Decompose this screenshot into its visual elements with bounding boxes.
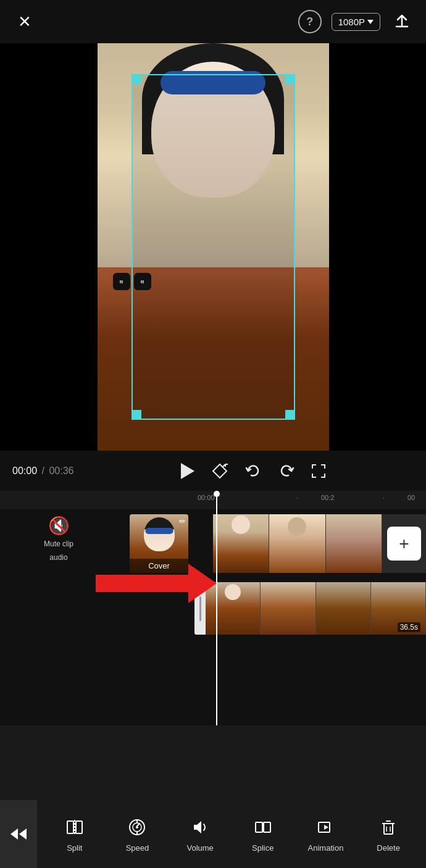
sub-thumb-cell-4: 36.5s <box>371 582 426 635</box>
ruler-mark-0: 00:00 <box>198 494 215 501</box>
sub-thumb-cell-2 <box>261 582 315 635</box>
video-frame: tt tt <box>98 43 329 451</box>
time-display: 00:00 / 00:36 <box>12 465 93 477</box>
keyframe-icon <box>212 463 228 479</box>
playhead[interactable] <box>216 491 217 725</box>
mute-clip-button[interactable]: 🔇 Mute clip audio <box>44 515 73 562</box>
tool-animation[interactable]: Animation <box>307 816 344 853</box>
svg-rect-19 <box>384 824 393 834</box>
undo-icon <box>245 463 261 479</box>
svg-line-12 <box>137 824 140 826</box>
close-icon: ✕ <box>18 14 31 30</box>
splice-label: Splice <box>252 843 274 853</box>
mute-label-line2: audio <box>49 553 67 563</box>
speed-label: Speed <box>126 843 149 853</box>
tool-delete[interactable]: Delete <box>370 816 407 853</box>
ruler-dot-1: · <box>296 494 298 501</box>
add-clip-button[interactable]: + <box>387 527 421 561</box>
thumb-cell-3 <box>326 514 382 573</box>
time-total: 00:36 <box>49 465 73 476</box>
tiktok-logo: tt <box>113 273 130 290</box>
sub-thumb-face-1 <box>225 584 241 600</box>
tool-speed[interactable]: Speed <box>119 816 156 853</box>
undo-button[interactable] <box>245 463 261 479</box>
controls-icons <box>93 463 414 479</box>
fullscreen-button[interactable] <box>312 464 325 478</box>
toolbar-items: Split Speed <box>37 816 426 853</box>
timeline-area: 00:00 · 00:2 · 00 🔇 Mute clip audio ✏ Co… <box>0 491 426 725</box>
cover-edit-icon: ✏ <box>179 517 186 526</box>
animation-label: Animation <box>308 843 344 853</box>
tool-volume[interactable]: Volume <box>182 816 219 853</box>
thumb-face-1 <box>232 515 250 534</box>
close-button[interactable]: ✕ <box>12 9 37 34</box>
cover-thumb-headband <box>145 528 173 534</box>
ruler-mark-3: 00 <box>407 494 415 501</box>
time-current: 00:00 <box>12 465 37 476</box>
speed-icon <box>126 816 148 838</box>
tool-splice[interactable]: Splice <box>244 816 282 853</box>
arrow-body <box>96 564 217 603</box>
mute-icon: 🔇 <box>48 515 70 536</box>
help-label: ? <box>306 15 313 28</box>
svg-rect-15 <box>264 822 270 832</box>
upload-button[interactable] <box>390 10 414 33</box>
quality-label: 1080P <box>338 17 365 27</box>
redo-icon <box>278 463 294 479</box>
animation-icon <box>314 816 336 838</box>
mute-label-line1: Mute clip <box>44 540 73 549</box>
video-preview: tt tt <box>0 43 426 451</box>
chevron-left-1 <box>10 828 18 840</box>
chevron-left-2 <box>19 828 27 840</box>
track-thumbnails-main <box>213 514 382 573</box>
svg-rect-5 <box>76 821 82 833</box>
bottom-toolbar: Split Speed <box>0 800 426 868</box>
ruler-mark-2: 00:2 <box>321 494 334 501</box>
delete-label: Delete <box>377 843 400 853</box>
arrow-shaft <box>96 575 188 592</box>
duration-badge: 36.5s <box>398 622 420 632</box>
redo-button[interactable] <box>278 463 294 479</box>
video-track-main[interactable]: + <box>213 514 426 573</box>
tiktok-logo-2: tt <box>134 273 151 290</box>
svg-marker-18 <box>324 825 328 830</box>
delete-icon <box>377 816 399 838</box>
split-label: Split <box>67 843 82 853</box>
splice-icon <box>252 816 274 838</box>
header: ✕ ? 1080P <box>0 0 426 43</box>
thumb-face-2 <box>288 517 306 536</box>
svg-rect-4 <box>67 821 73 833</box>
svg-marker-0 <box>213 464 227 478</box>
collapse-icon <box>10 828 27 840</box>
play-icon <box>181 463 194 479</box>
thumb-cell-2 <box>269 514 325 573</box>
tool-split[interactable]: Split <box>56 816 93 853</box>
svg-marker-13 <box>194 821 201 833</box>
timeline-ruler: 00:00 · 00:2 · 00 <box>0 491 426 509</box>
chevron-down-icon <box>367 20 374 24</box>
ruler-dot-2: · <box>383 494 385 501</box>
keyframe-button[interactable] <box>212 463 228 479</box>
video-track-sub[interactable]: 36.5s <box>206 582 426 635</box>
arrow-head <box>188 564 217 603</box>
add-icon: + <box>399 534 409 554</box>
fullscreen-icon <box>312 464 325 478</box>
volume-icon <box>189 816 211 838</box>
collapse-button[interactable] <box>0 800 37 868</box>
left-tools: 🔇 Mute clip audio <box>0 515 123 562</box>
svg-rect-14 <box>256 822 262 832</box>
header-right: ? 1080P <box>298 10 414 33</box>
play-button[interactable] <box>181 463 194 479</box>
volume-label: Volume <box>186 843 213 853</box>
split-icon <box>64 816 86 838</box>
help-button[interactable]: ? <box>298 10 322 33</box>
video-headband <box>161 71 265 94</box>
quality-selector[interactable]: 1080P <box>332 13 380 31</box>
cover-thumb-face <box>144 517 175 551</box>
thumb-cell-1 <box>213 514 269 573</box>
time-separator: / <box>42 465 48 476</box>
controls-bar: 00:00 / 00:36 <box>0 451 426 491</box>
sub-thumb-cell-3 <box>316 582 371 635</box>
upload-icon <box>393 13 411 30</box>
red-arrow-indicator <box>96 564 217 603</box>
